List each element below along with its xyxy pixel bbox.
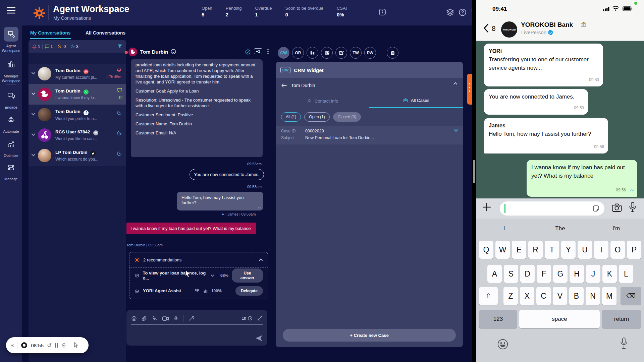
- sidebar-item-agent-workspace[interactable]: Agent Workspace: [0, 27, 22, 53]
- back-chevron-icon[interactable]: [484, 24, 488, 33]
- widget-tab-cw[interactable]: CW: [278, 47, 289, 59]
- bank-avatar[interactable]: YOROKOBI: [501, 21, 517, 38]
- recommendation-item-1[interactable]: To view your loan balance, log o... 68% …: [129, 268, 268, 283]
- keyboard-emoji-icon[interactable]: [497, 339, 508, 350]
- key-z[interactable]: Z: [503, 287, 518, 305]
- sla-timer[interactable]: 1h: [242, 316, 253, 321]
- help-icon[interactable]: [458, 8, 467, 17]
- key-r[interactable]: R: [528, 241, 543, 259]
- scrollbar-thumb[interactable]: [473, 160, 475, 183]
- conversation-row-1[interactable]: Tom Durbin My current account pl... -17h…: [29, 64, 126, 84]
- key-d[interactable]: D: [520, 265, 535, 283]
- voice-call-icon[interactable]: [152, 316, 158, 321]
- tab-my-conversations[interactable]: My Conversations: [30, 30, 71, 39]
- pointer-icon[interactable]: [73, 342, 79, 348]
- record-stop-icon[interactable]: [21, 342, 28, 349]
- sidebar-item-automate[interactable]: Automate: [0, 113, 22, 134]
- key-b[interactable]: B: [569, 287, 584, 305]
- snoozed-filter-icon[interactable]: 3: [70, 44, 78, 49]
- thumbs-up-icon[interactable]: [203, 288, 208, 293]
- chevron-down-icon[interactable]: [31, 72, 36, 75]
- recommendations-header[interactable]: 2 recommendations: [129, 252, 268, 267]
- chevron-down-icon[interactable]: [31, 113, 36, 116]
- layers-icon[interactable]: [446, 8, 454, 17]
- key-return[interactable]: return: [602, 310, 641, 328]
- conversation-row-3[interactable]: Tom Durbin f Would you prefer to u...: [29, 105, 126, 125]
- conversation-row-2-selected[interactable]: Tom Durbin I wanna know if my lo... 1h: [29, 84, 126, 105]
- key-c[interactable]: C: [536, 287, 551, 305]
- key-y[interactable]: Y: [561, 241, 576, 259]
- sidebar-item-optimize[interactable]: Optimize: [0, 137, 22, 158]
- delete-recording-icon[interactable]: [61, 343, 66, 348]
- key-n[interactable]: N: [586, 287, 600, 305]
- ai-wand-icon[interactable]: [188, 315, 194, 321]
- widget-tab-tw[interactable]: TW: [350, 47, 362, 59]
- case-expand-chevron-icon[interactable]: [454, 129, 458, 132]
- use-answer-button[interactable]: Use answer: [232, 268, 263, 283]
- message-filter-icon[interactable]: 1: [45, 44, 53, 49]
- key-delete[interactable]: ⌫: [621, 287, 641, 305]
- key-k[interactable]: K: [602, 265, 617, 283]
- send-icon[interactable]: [255, 335, 263, 342]
- tab-all-conversations[interactable]: All Conversations: [86, 30, 125, 36]
- key-m[interactable]: M: [602, 287, 616, 305]
- key-space[interactable]: space: [519, 310, 600, 328]
- create-new-case-button[interactable]: + Create new Case: [283, 329, 456, 342]
- conversation-row-5[interactable]: LP Tom Durbin Which account do you...: [29, 145, 126, 166]
- collapse-toolbar-icon[interactable]: «: [11, 342, 14, 349]
- key-s[interactable]: S: [504, 265, 518, 283]
- chevron-down-icon[interactable]: [31, 133, 36, 136]
- camera-icon[interactable]: [612, 203, 622, 212]
- key-x[interactable]: X: [520, 287, 534, 305]
- expand-chevron-icon[interactable]: [211, 274, 214, 277]
- filter-funnel-icon[interactable]: [117, 44, 123, 49]
- chevron-down-icon[interactable]: [31, 92, 36, 95]
- filter-all[interactable]: All (1): [281, 112, 301, 122]
- sidebar-item-engage[interactable]: Engage: [0, 88, 22, 110]
- key-q[interactable]: Q: [479, 241, 493, 259]
- widget-tab-compose[interactable]: [335, 47, 347, 59]
- key-w[interactable]: W: [495, 241, 510, 259]
- key-g[interactable]: G: [553, 265, 568, 283]
- expand-composer-icon[interactable]: [257, 315, 263, 321]
- pause-recording-icon[interactable]: [55, 343, 58, 348]
- thumbs-down-icon[interactable]: [195, 288, 200, 293]
- key-i[interactable]: I: [594, 241, 608, 259]
- phone-message-input[interactable]: [500, 201, 604, 216]
- key-h[interactable]: H: [570, 265, 584, 283]
- emoji-icon[interactable]: [131, 316, 137, 321]
- tab-all-cases[interactable]: All Cases: [369, 94, 463, 108]
- collapse-chevron-icon[interactable]: [453, 82, 458, 85]
- chevron-down-icon[interactable]: [31, 154, 36, 157]
- key-j[interactable]: J: [586, 265, 600, 283]
- sticker-icon[interactable]: [592, 204, 600, 213]
- restart-recording-icon[interactable]: ↺: [47, 342, 52, 349]
- tab-contact-info[interactable]: Contact Info: [276, 94, 369, 108]
- key-o[interactable]: O: [610, 241, 625, 259]
- plus-attach-icon[interactable]: [482, 202, 492, 212]
- message-input[interactable]: [131, 327, 252, 340]
- recommendation-item-2[interactable]: YORi Agent Assist 100% Delegate: [129, 283, 268, 298]
- mic-icon[interactable]: [173, 316, 178, 321]
- key-t[interactable]: T: [545, 241, 559, 259]
- widget-tab-company[interactable]: [307, 47, 318, 59]
- key-u[interactable]: U: [578, 241, 592, 259]
- voice-note-mic-icon[interactable]: [629, 202, 636, 213]
- transfer-plus-one-button[interactable]: +1: [254, 48, 262, 54]
- people-filter-icon[interactable]: 0: [57, 44, 66, 49]
- back-arrow-icon[interactable]: [281, 83, 287, 88]
- widget-tab-pw[interactable]: PW: [364, 47, 376, 59]
- slide-out-handle[interactable]: [467, 74, 472, 105]
- conversation-row-4[interactable]: RCS User 67842 Would you like to can...: [29, 125, 126, 146]
- widget-tab-clipboard[interactable]: [387, 47, 398, 59]
- widget-tab-or[interactable]: OR: [292, 47, 304, 59]
- case-row[interactable]: Case ID 00002029 Subject New Personal Lo…: [276, 126, 463, 144]
- info-icon[interactable]: [378, 8, 386, 16]
- attachment-icon[interactable]: [142, 316, 147, 321]
- key-shift[interactable]: ⇧: [479, 287, 498, 305]
- sidebar-item-manager-workspace[interactable]: Manager Workspace: [0, 57, 22, 83]
- sidebar-item-manage[interactable]: Manage: [0, 160, 22, 181]
- key-v[interactable]: V: [553, 287, 567, 305]
- video-call-icon[interactable]: [162, 316, 169, 321]
- dictation-mic-icon[interactable]: [620, 337, 628, 350]
